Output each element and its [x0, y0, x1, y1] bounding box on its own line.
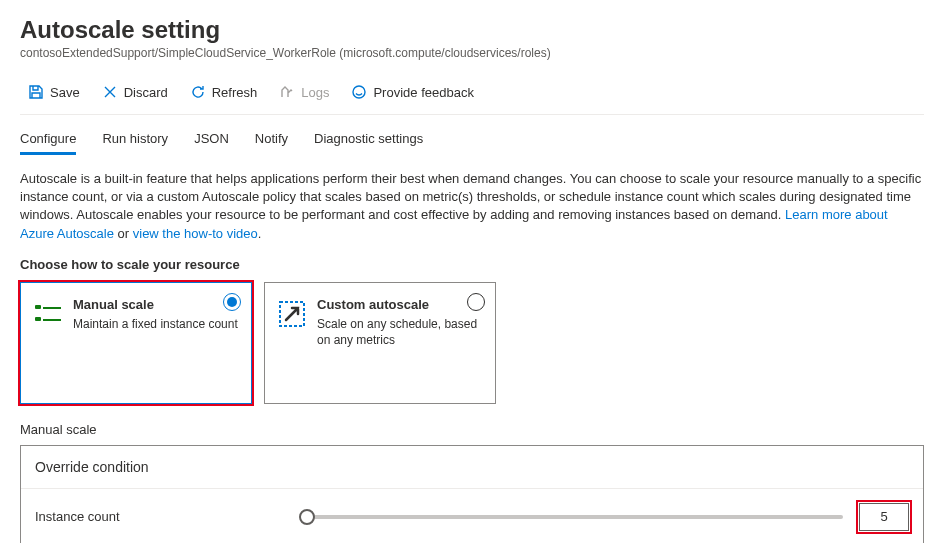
logs-label: Logs	[301, 85, 329, 100]
description-text: Autoscale is a built-in feature that hel…	[20, 170, 924, 243]
choose-heading: Choose how to scale your resource	[20, 257, 924, 272]
tab-json[interactable]: JSON	[194, 125, 229, 155]
page-title: Autoscale setting	[20, 16, 924, 44]
manual-scale-icon	[33, 299, 63, 329]
discard-label: Discard	[124, 85, 168, 100]
manual-scale-sub: Maintain a fixed instance count	[73, 316, 238, 332]
slider-track	[301, 515, 843, 519]
instance-count-slider[interactable]	[301, 515, 843, 519]
override-condition-label: Override condition	[21, 446, 923, 488]
refresh-icon	[190, 84, 206, 100]
manual-scale-radio[interactable]	[223, 293, 241, 311]
discard-icon	[102, 84, 118, 100]
instance-count-label: Instance count	[35, 509, 285, 524]
svg-point-0	[353, 86, 365, 98]
refresh-button[interactable]: Refresh	[182, 80, 266, 104]
tab-configure[interactable]: Configure	[20, 125, 76, 155]
custom-autoscale-icon	[277, 299, 307, 329]
description-post: .	[258, 226, 262, 241]
manual-scale-card[interactable]: Manual scale Maintain a fixed instance c…	[20, 282, 252, 404]
custom-autoscale-card[interactable]: Custom autoscale Scale on any schedule, …	[264, 282, 496, 404]
refresh-label: Refresh	[212, 85, 258, 100]
tab-diagnostic[interactable]: Diagnostic settings	[314, 125, 423, 155]
custom-autoscale-title: Custom autoscale	[317, 297, 483, 312]
instance-count-input[interactable]: 5	[859, 503, 909, 531]
instance-count-row: Instance count 5	[21, 488, 923, 543]
howto-video-link[interactable]: view the how-to video	[133, 226, 258, 241]
tab-notify[interactable]: Notify	[255, 125, 288, 155]
scale-mode-cards: Manual scale Maintain a fixed instance c…	[20, 282, 924, 404]
svg-rect-4	[43, 319, 61, 321]
feedback-icon	[351, 84, 367, 100]
tab-run-history[interactable]: Run history	[102, 125, 168, 155]
description-sep: or	[118, 226, 133, 241]
tab-bar: Configure Run history JSON Notify Diagno…	[20, 117, 924, 156]
breadcrumb: contosoExtendedSupport/SimpleCloudServic…	[20, 46, 924, 60]
manual-scale-subhead: Manual scale	[20, 422, 924, 437]
toolbar: Save Discard Refresh Logs Provide feedba…	[20, 74, 924, 115]
svg-rect-3	[35, 317, 41, 321]
save-button[interactable]: Save	[20, 80, 88, 104]
slider-thumb[interactable]	[299, 509, 315, 525]
save-icon	[28, 84, 44, 100]
svg-rect-1	[35, 305, 41, 309]
save-label: Save	[50, 85, 80, 100]
feedback-button[interactable]: Provide feedback	[343, 80, 481, 104]
discard-button[interactable]: Discard	[94, 80, 176, 104]
feedback-label: Provide feedback	[373, 85, 473, 100]
logs-icon	[279, 84, 295, 100]
custom-autoscale-radio[interactable]	[467, 293, 485, 311]
custom-autoscale-sub: Scale on any schedule, based on any metr…	[317, 316, 483, 348]
svg-rect-2	[43, 307, 61, 309]
logs-button: Logs	[271, 80, 337, 104]
manual-scale-title: Manual scale	[73, 297, 238, 312]
override-panel: Override condition Instance count 5	[20, 445, 924, 543]
